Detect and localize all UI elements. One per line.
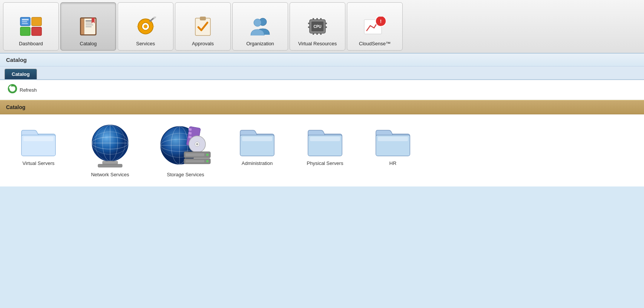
hr-icon <box>374 123 412 157</box>
svg-text:CPU: CPU <box>313 25 321 29</box>
nav-approvals-label: Approvals <box>192 41 214 46</box>
administration-label: Administration <box>242 160 273 166</box>
refresh-button[interactable]: Refresh <box>5 83 39 97</box>
organization-icon <box>249 16 271 39</box>
network-services-label: Network Services <box>91 172 129 177</box>
catalog-item-administration[interactable]: Administration <box>231 123 284 166</box>
nav-organization-label: Organization <box>246 41 274 46</box>
svg-rect-73 <box>186 153 204 156</box>
nav-organization[interactable]: Organization <box>232 2 288 51</box>
services-icon <box>135 17 156 39</box>
svg-rect-2 <box>20 27 30 35</box>
svg-rect-39 <box>308 26 310 28</box>
svg-rect-9 <box>81 18 84 34</box>
svg-rect-26 <box>200 17 206 20</box>
svg-rect-4 <box>22 19 29 20</box>
svg-rect-40 <box>325 23 327 24</box>
svg-rect-41 <box>325 26 327 28</box>
toolbar: Refresh <box>0 80 644 100</box>
page-title: Catalog <box>6 57 27 63</box>
nav-approvals[interactable]: Approvals <box>175 2 231 51</box>
svg-rect-14 <box>86 26 92 27</box>
svg-rect-36 <box>316 33 318 35</box>
nav-services[interactable]: Services <box>118 2 173 51</box>
svg-rect-49 <box>23 137 54 141</box>
svg-rect-5 <box>22 21 27 22</box>
catalog-section-header: Catalog <box>0 100 644 114</box>
virtual-resources-icon: CPU <box>307 17 328 39</box>
svg-point-18 <box>144 25 147 28</box>
svg-rect-35 <box>313 33 314 35</box>
catalog-item-storage-services[interactable]: Storage Services <box>155 123 216 177</box>
catalog-item-network-services[interactable]: Network Services <box>80 123 140 177</box>
page-area: Catalog Catalog Refresh Catalog <box>0 54 644 186</box>
nav-cloudsense[interactable]: ! CloudSense™ <box>347 2 403 51</box>
svg-rect-3 <box>32 27 41 35</box>
tab-catalog[interactable]: Catalog <box>5 69 37 79</box>
administration-icon <box>238 123 276 157</box>
approvals-icon <box>193 16 213 39</box>
virtual-servers-icon <box>20 123 57 157</box>
svg-text:!: ! <box>380 18 382 24</box>
svg-rect-32 <box>313 18 314 20</box>
nav-catalog-label: Catalog <box>80 41 97 46</box>
svg-rect-12 <box>86 23 92 23</box>
svg-rect-37 <box>320 33 322 35</box>
svg-rect-1 <box>32 17 41 26</box>
svg-rect-33 <box>316 18 318 20</box>
svg-rect-83 <box>310 137 340 141</box>
svg-rect-58 <box>98 164 122 167</box>
svg-point-77 <box>206 160 209 162</box>
tab-row: Catalog <box>0 66 644 80</box>
storage-services-icon <box>157 123 214 169</box>
svg-point-71 <box>196 143 198 145</box>
svg-rect-86 <box>378 137 408 141</box>
hr-label: HR <box>389 160 397 166</box>
network-services-icon <box>86 123 135 169</box>
nav-catalog[interactable]: Catalog <box>60 2 116 51</box>
nav-services-label: Services <box>136 41 155 46</box>
cloudsense-icon: ! <box>363 17 386 39</box>
catalog-section: Catalog Virtual Server <box>0 100 644 186</box>
page-title-bar: Catalog <box>0 54 644 66</box>
top-navigation: Dashboard Catalog <box>0 0 644 54</box>
physical-servers-label: Physical Servers <box>307 160 343 166</box>
svg-rect-6 <box>22 23 28 24</box>
dashboard-icon <box>20 17 42 39</box>
catalog-item-physical-servers[interactable]: Physical Servers <box>299 123 351 166</box>
virtual-servers-label: Virtual Servers <box>22 160 54 166</box>
svg-rect-57 <box>103 161 118 164</box>
svg-rect-13 <box>86 25 93 25</box>
svg-rect-34 <box>320 18 322 20</box>
refresh-label: Refresh <box>20 87 37 93</box>
catalog-icon <box>77 17 99 39</box>
nav-virtual-resources-label: Virtual Resources <box>298 41 337 46</box>
storage-services-label: Storage Services <box>167 172 204 177</box>
nav-dashboard[interactable]: Dashboard <box>3 2 59 51</box>
catalog-item-virtual-servers[interactable]: Virtual Servers <box>12 123 65 166</box>
svg-point-28 <box>254 19 261 26</box>
svg-rect-76 <box>186 160 204 162</box>
catalog-grid: Virtual Servers <box>0 114 644 186</box>
svg-rect-80 <box>242 137 272 141</box>
svg-point-74 <box>206 154 209 156</box>
svg-rect-38 <box>308 23 310 24</box>
physical-servers-icon <box>306 123 344 157</box>
nav-virtual-resources[interactable]: CPU Virtual Resources <box>290 2 345 51</box>
refresh-icon <box>8 84 17 96</box>
nav-dashboard-label: Dashboard <box>19 41 43 46</box>
nav-cloudsense-label: CloudSense™ <box>359 41 391 46</box>
catalog-item-hr[interactable]: HR <box>366 123 419 166</box>
